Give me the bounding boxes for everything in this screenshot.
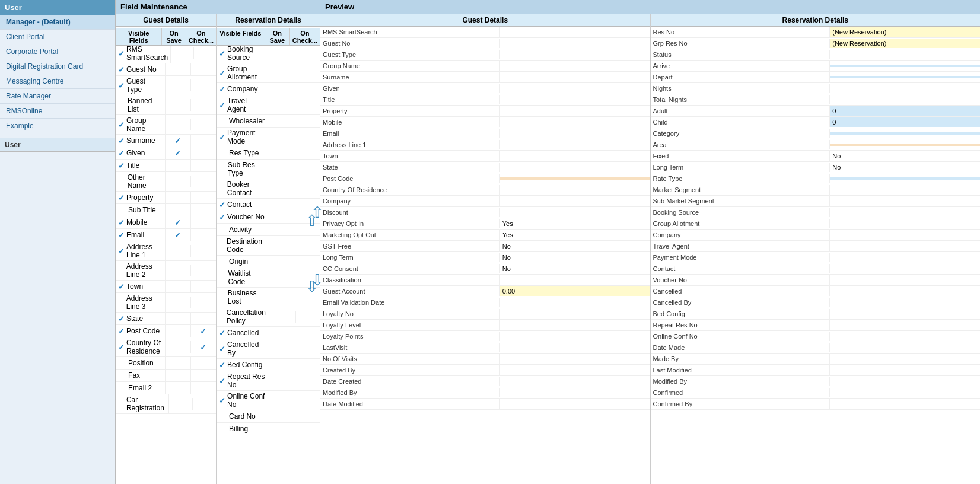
rd-on-save[interactable] — [268, 67, 294, 79]
gd-on-save[interactable]: ✓ — [166, 147, 191, 159]
table-row[interactable]: ✓ Given ✓ — [116, 147, 216, 160]
rd-on-save[interactable] — [268, 410, 294, 422]
gd-on-save[interactable] — [166, 99, 191, 111]
rd-on-save[interactable] — [268, 99, 294, 111]
rd-on-save[interactable] — [268, 272, 294, 284]
sidebar-item-rate-manager[interactable]: Rate Manager — [0, 89, 115, 104]
table-row[interactable]: ✓ Cancelled — [217, 327, 320, 339]
rd-on-check[interactable] — [294, 83, 320, 95]
table-row[interactable]: Fax — [116, 370, 216, 382]
rd-on-check[interactable] — [294, 99, 320, 111]
sidebar-item-client-portal[interactable]: Client Portal — [0, 30, 115, 44]
table-row[interactable]: ✓ Country Of Residence ✓ — [116, 337, 216, 357]
gd-on-check[interactable] — [191, 147, 216, 159]
table-row[interactable]: ✓ Voucher No — [217, 211, 320, 224]
table-row[interactable]: ✓ Post Code ✓ — [116, 325, 216, 337]
gd-on-check[interactable] — [191, 63, 216, 75]
rd-on-check[interactable] — [294, 183, 320, 195]
table-row[interactable]: ✓ Address Line 1 — [116, 241, 216, 261]
table-row[interactable]: Card No — [217, 410, 320, 423]
gd-on-check[interactable] — [194, 47, 216, 59]
gd-on-check[interactable] — [191, 357, 216, 369]
table-row[interactable]: ✓ Bed Config — [217, 359, 320, 371]
gd-arrow-down[interactable]: ⇩ — [311, 271, 324, 289]
gd-on-save[interactable] — [166, 245, 191, 257]
table-row[interactable]: Other Name — [116, 172, 216, 192]
table-row[interactable]: Origin — [217, 256, 320, 268]
gd-on-check[interactable] — [191, 313, 216, 324]
rd-on-check[interactable] — [294, 67, 320, 79]
rd-on-check[interactable] — [294, 375, 320, 387]
table-row[interactable]: Res Type — [217, 147, 320, 160]
gd-on-save[interactable] — [171, 47, 193, 59]
table-row[interactable]: ✓ Group Name — [116, 115, 216, 135]
table-row[interactable]: ✓ Mobile ✓ — [116, 216, 216, 229]
gd-on-save[interactable] — [166, 160, 191, 171]
table-row[interactable]: Booker Contact — [217, 179, 320, 199]
sidebar-item-digital-registration-card[interactable]: Digital Registration Card — [0, 59, 115, 74]
gd-on-check[interactable] — [191, 297, 216, 308]
rd-on-save[interactable] — [271, 311, 295, 323]
rd-on-save[interactable] — [268, 199, 294, 211]
table-row[interactable]: ✓ Property — [116, 192, 216, 204]
gd-on-check[interactable]: ✓ — [191, 341, 216, 353]
gd-on-save[interactable] — [166, 370, 191, 381]
rd-on-save[interactable] — [268, 211, 294, 223]
rd-on-check[interactable] — [294, 343, 320, 355]
rd-on-check[interactable] — [296, 311, 320, 323]
table-row[interactable]: Business Lost — [217, 288, 320, 307]
gd-on-save[interactable] — [166, 79, 191, 91]
gd-arrow-up[interactable]: ⇧ — [311, 203, 324, 222]
table-row[interactable]: ✓ Travel Agent — [217, 95, 320, 115]
rd-on-check[interactable] — [294, 131, 320, 143]
gd-on-check[interactable] — [191, 119, 216, 130]
table-row[interactable]: Waitlist Code — [217, 268, 320, 288]
rd-on-save[interactable] — [268, 394, 294, 406]
table-row[interactable]: ✓ Contact — [217, 199, 320, 211]
sidebar-item-corporate-portal[interactable]: Corporate Portal — [0, 44, 115, 59]
gd-on-save[interactable] — [166, 325, 191, 337]
rd-on-save[interactable] — [268, 423, 294, 435]
table-row[interactable]: Car Registration — [116, 394, 216, 414]
rd-on-save[interactable] — [268, 343, 294, 355]
table-row[interactable]: ✓ Cancelled By — [217, 339, 320, 359]
table-row[interactable]: Billing — [217, 423, 320, 435]
gd-on-check[interactable]: ✓ — [191, 325, 216, 337]
rd-on-save[interactable] — [268, 291, 294, 303]
gd-on-save[interactable] — [166, 297, 191, 308]
rd-on-check[interactable] — [294, 240, 320, 251]
table-row[interactable]: ✓ State — [116, 313, 216, 325]
rd-on-check[interactable] — [294, 359, 320, 371]
rd-on-save[interactable] — [268, 115, 294, 127]
table-row[interactable]: Banned List — [116, 95, 216, 115]
rd-on-save[interactable] — [268, 183, 294, 195]
rd-on-save[interactable] — [268, 256, 294, 268]
sidebar-item-example[interactable]: Example — [0, 119, 115, 133]
gd-on-save[interactable] — [169, 398, 193, 410]
table-row[interactable]: Activity — [217, 224, 320, 236]
gd-on-check[interactable] — [191, 216, 216, 228]
gd-on-save[interactable] — [166, 313, 191, 324]
gd-on-save[interactable]: ✓ — [166, 135, 191, 147]
gd-on-save[interactable]: ✓ — [166, 229, 191, 241]
gd-on-save[interactable] — [166, 119, 191, 130]
sidebar-item-manager---(default)[interactable]: Manager - (Default) — [0, 15, 115, 30]
sidebar-item-rmsonline[interactable]: RMSOnline — [0, 104, 115, 119]
table-row[interactable]: ✓ Surname ✓ — [116, 135, 216, 147]
table-row[interactable]: ✓ Company — [217, 83, 320, 95]
gd-on-check[interactable] — [191, 265, 216, 276]
table-row[interactable]: Sub Res Type — [217, 160, 320, 179]
rd-on-check[interactable] — [294, 410, 320, 422]
gd-on-save[interactable] — [166, 341, 191, 353]
gd-on-save[interactable] — [166, 204, 191, 216]
table-row[interactable]: Position — [116, 357, 216, 370]
gd-on-check[interactable] — [191, 192, 216, 203]
gd-on-save[interactable] — [166, 176, 191, 187]
table-row[interactable]: ✓ Guest Type — [116, 76, 216, 95]
rd-on-check[interactable] — [294, 423, 320, 435]
gd-on-check[interactable] — [191, 176, 216, 187]
gd-on-check[interactable] — [191, 135, 216, 147]
table-row[interactable]: ✓ Payment Mode — [217, 128, 320, 147]
gd-on-check[interactable] — [193, 398, 216, 410]
gd-on-save[interactable] — [166, 63, 191, 75]
